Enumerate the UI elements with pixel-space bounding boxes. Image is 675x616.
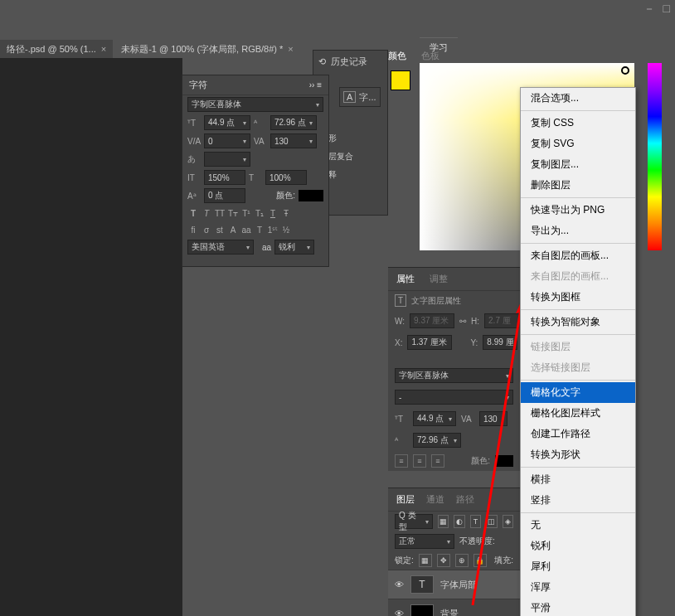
layer-item-text[interactable]: 👁 T 字体局部: [388, 570, 520, 599]
swatches-tab[interactable]: 色板: [421, 50, 439, 62]
strikethrough-icon[interactable]: Ŧ: [280, 207, 292, 219]
swash-icon[interactable]: st: [214, 224, 226, 235]
visibility-icon[interactable]: 👁: [395, 580, 404, 589]
menu-rasterize-style[interactable]: 栅格化图层样式: [521, 403, 635, 424]
menu-artboard-from-layer[interactable]: 来自图层的画板...: [521, 245, 635, 266]
channels-tab[interactable]: 通道: [426, 493, 444, 506]
menu-duplicate-layer[interactable]: 复制图层...: [521, 154, 635, 175]
bold-icon[interactable]: T: [187, 207, 199, 219]
properties-tab[interactable]: 属性: [396, 273, 415, 285]
menu-convert-to-shape[interactable]: 转换为形状: [521, 444, 635, 465]
smallcaps-icon[interactable]: Tᴛ: [227, 207, 239, 219]
filter-type-icon[interactable]: T: [470, 515, 481, 528]
menu-vertical[interactable]: 竖排: [521, 490, 635, 511]
props-tracking-field[interactable]: [479, 411, 507, 426]
layer-name[interactable]: 字体局部: [440, 579, 477, 591]
lock-artboard-icon[interactable]: ⊕: [455, 554, 469, 567]
color-tab[interactable]: 颜色: [388, 50, 406, 62]
baseline-field[interactable]: [204, 188, 245, 203]
menu-aa-strong[interactable]: 浑厚: [521, 577, 635, 598]
italic-icon[interactable]: T: [201, 207, 212, 219]
y-field[interactable]: [483, 335, 517, 350]
ordinal-icon[interactable]: A: [227, 224, 239, 235]
filter-adjust-icon[interactable]: ◐: [454, 515, 464, 528]
discretionary-icon[interactable]: aa: [240, 224, 252, 235]
character-toggle[interactable]: A 字...: [339, 87, 381, 107]
props-font-dropdown[interactable]: 字制区喜脉体: [395, 368, 513, 383]
tracking-field[interactable]: 130: [270, 133, 317, 148]
layer-kind-dropdown[interactable]: Q 类型: [395, 514, 433, 529]
contextual-icon[interactable]: σ: [201, 224, 212, 235]
link-wh-icon[interactable]: ⚯: [459, 317, 466, 326]
font-family-dropdown[interactable]: 字制区喜脉体: [187, 97, 323, 112]
menu-aa-sharp[interactable]: 锐利: [521, 536, 635, 556]
antialiasing-dropdown[interactable]: 锐利: [274, 240, 314, 255]
superscript-icon[interactable]: T¹: [240, 207, 252, 219]
menu-delete-layer[interactable]: 删除图层: [521, 175, 635, 196]
menu-blend-options[interactable]: 混合选项...: [521, 88, 635, 109]
leading-field[interactable]: 72.96 点: [270, 115, 317, 130]
minimize-icon[interactable]: －: [643, 2, 655, 17]
visibility-icon[interactable]: 👁: [395, 609, 404, 616]
hue-slider[interactable]: [648, 63, 662, 250]
kerning-field[interactable]: 0: [204, 133, 250, 148]
doc-tab-1[interactable]: 络径-.psd @ 50% (1... ×: [0, 40, 113, 58]
menu-quick-export[interactable]: 快速导出为 PNG: [521, 200, 635, 221]
filter-pixel-icon[interactable]: ▦: [438, 515, 449, 528]
subscript-icon[interactable]: T₁: [254, 207, 265, 219]
horiz-scale-field[interactable]: [265, 170, 307, 185]
fraction-icon[interactable]: ½: [280, 224, 292, 235]
paths-tab[interactable]: 路径: [456, 493, 474, 506]
close-icon[interactable]: ×: [101, 44, 106, 54]
color-picker-cursor: [621, 66, 629, 75]
menu-convert-smart-object[interactable]: 转换为智能对象: [521, 312, 635, 332]
foreground-color-swatch[interactable]: [391, 70, 410, 90]
stylistic-icon[interactable]: 1ˢᵗ: [267, 224, 279, 235]
menu-aa-none[interactable]: 无: [521, 515, 635, 536]
width-field[interactable]: [410, 313, 454, 328]
props-color-swatch[interactable]: [495, 455, 513, 467]
underline-icon[interactable]: T: [267, 207, 279, 219]
layer-name[interactable]: 背景: [440, 608, 459, 617]
adjustments-tab[interactable]: 调整: [430, 273, 448, 285]
props-weight-dropdown[interactable]: -: [395, 390, 513, 405]
vert-scale-icon: IT: [187, 173, 201, 182]
align-left-icon[interactable]: ≡: [395, 454, 408, 468]
language-dropdown[interactable]: 美国英语: [187, 240, 254, 255]
filter-shape-icon[interactable]: ◫: [486, 515, 497, 528]
lock-pixel-icon[interactable]: ▦: [419, 554, 432, 567]
menu-create-work-path[interactable]: 创建工作路径: [521, 424, 635, 444]
menu-aa-crisp[interactable]: 犀利: [521, 556, 635, 577]
canvas[interactable]: [0, 58, 182, 616]
close-icon[interactable]: ×: [288, 44, 293, 54]
tsume-field[interactable]: [204, 152, 250, 167]
menu-rasterize-type[interactable]: 栅格化文字: [521, 382, 635, 403]
titling-icon[interactable]: T: [254, 224, 265, 235]
menu-aa-smooth[interactable]: 平滑: [521, 598, 635, 616]
props-leading-field[interactable]: 72.96 点: [413, 433, 461, 448]
vert-scale-field[interactable]: [204, 170, 245, 185]
menu-horizontal[interactable]: 横排: [521, 469, 635, 490]
blend-mode-dropdown[interactable]: 正常: [395, 534, 454, 549]
filter-smart-icon[interactable]: ◈: [503, 515, 513, 528]
lock-all-icon[interactable]: 🔒: [473, 554, 487, 567]
layer-item-bg[interactable]: 👁 背景: [388, 599, 520, 616]
menu-copy-svg[interactable]: 复制 SVG: [521, 133, 635, 154]
allcaps-icon[interactable]: TT: [214, 207, 226, 219]
align-center-icon[interactable]: ≡: [413, 454, 426, 468]
ligature-icon[interactable]: fi: [187, 224, 199, 235]
props-size-field[interactable]: 44.9 点: [413, 411, 456, 426]
text-color-swatch[interactable]: [299, 190, 323, 201]
doc-tab-2[interactable]: 未标题-1 @ 100% (字体局部, RGB/8#) * ×: [114, 40, 300, 58]
menu-convert-to-frame[interactable]: 转换为图框: [521, 287, 635, 308]
layers-tab[interactable]: 图层: [396, 493, 415, 506]
x-field[interactable]: [407, 335, 452, 350]
panel-menu-icon[interactable]: ›› ≡: [309, 80, 322, 90]
align-right-icon[interactable]: ≡: [431, 454, 444, 468]
height-field[interactable]: [484, 313, 519, 328]
maximize-icon[interactable]: □: [663, 2, 670, 17]
menu-export-as[interactable]: 导出为...: [521, 221, 635, 241]
font-size-field[interactable]: 44.9 点: [204, 115, 250, 130]
lock-position-icon[interactable]: ✥: [437, 554, 450, 567]
menu-copy-css[interactable]: 复制 CSS: [521, 113, 635, 133]
